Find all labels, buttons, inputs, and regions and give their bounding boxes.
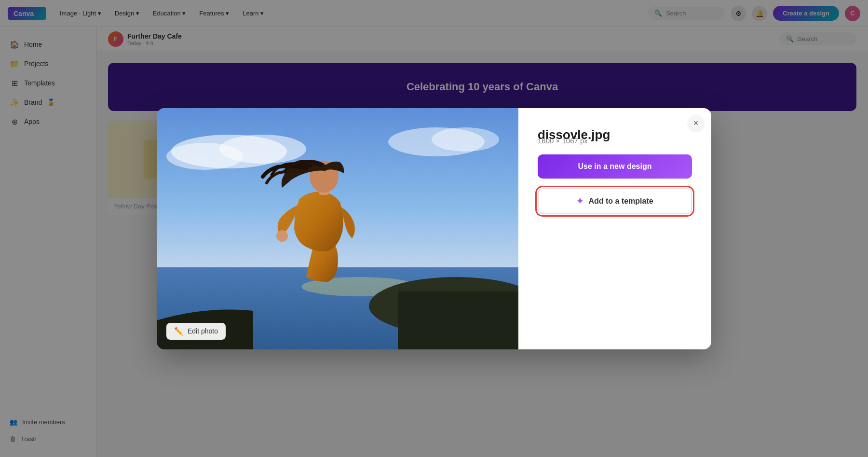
svg-rect-11 [398, 291, 518, 349]
svg-point-7 [432, 127, 499, 152]
modal-overlay[interactable]: × [0, 0, 868, 457]
modal-dimensions: 1600 × 1067 px [538, 137, 692, 145]
image-preview-modal: × [157, 108, 711, 349]
use-in-new-design-button[interactable]: Use in a new design [538, 154, 692, 179]
modal-close-button[interactable]: × [687, 115, 705, 132]
svg-point-5 [219, 135, 306, 164]
edit-icon: ✏️ [174, 327, 184, 336]
modal-image-panel: ✏️ Edit photo [157, 108, 518, 349]
modal-filename-wrapper: dissovle.jpg 1600 × 1067 px [538, 127, 692, 145]
svg-point-12 [276, 230, 288, 242]
close-icon: × [693, 118, 699, 128]
template-sparkle-icon: ✦ [576, 196, 583, 207]
add-to-template-button[interactable]: ✦ Add to a template [538, 188, 692, 214]
photo-scene-svg [157, 108, 518, 349]
edit-photo-button[interactable]: ✏️ Edit photo [166, 323, 226, 340]
modal-info-panel: dissovle.jpg 1600 × 1067 px Use in a new… [518, 108, 711, 349]
